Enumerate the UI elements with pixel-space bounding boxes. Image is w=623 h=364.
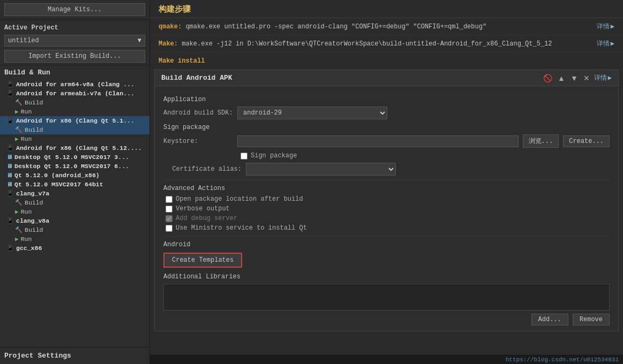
phone-icon: 📱 — [6, 90, 14, 97]
advanced-checkbox-label: Add debug server — [176, 215, 237, 222]
apk-section: Build Android APK 🚫 ▲ ▼ ✕ 详情 ▶ Applicati… — [154, 70, 619, 331]
play-icon: ▶ — [15, 208, 19, 215]
advanced-checkbox-item[interactable]: Verbose output — [166, 205, 230, 213]
sidebar-tree-item-x86-clang-run[interactable]: ▶Run — [0, 134, 149, 143]
step-content: make.exe -j12 in D:\WorkSoftware\QTCreat… — [178, 40, 552, 48]
sidebar-tree-item-clang-v8a-run[interactable]: ▶Run — [0, 234, 149, 244]
manage-kits-button[interactable]: Manage Kits... — [4, 3, 145, 16]
tree-item-label: Desktop Qt 5.12.0 MSVC2017 3... — [14, 154, 129, 161]
libraries-buttons: Add... Remove — [163, 314, 610, 325]
advanced-checkbox-item[interactable]: Add debug server — [166, 215, 237, 222]
tree-item-label: Run — [21, 208, 32, 215]
sidebar-tree-item-desktop-msvc17-3[interactable]: 🖥Desktop Qt 5.12.0 MSVC2017 3... — [0, 153, 149, 162]
blog-url: https://blog.csdn.net/u012534831 — [506, 357, 619, 363]
android-title: Android — [163, 241, 610, 248]
details-label: 详情 — [597, 39, 610, 48]
step-keyword: qmake: — [159, 23, 182, 31]
sidebar-tree-item-x86-clang[interactable]: 📱Android for x86 (Clang Qt 5.1... — [0, 116, 149, 125]
sidebar-tree-item-clang-v7a-build[interactable]: 🔨Build — [0, 198, 149, 207]
advanced-checkbox[interactable] — [166, 196, 172, 203]
monitor-icon: 🖥 — [6, 163, 12, 170]
phone-icon: 📱 — [6, 217, 14, 224]
additional-libraries-title: Additional Libraries — [163, 273, 610, 280]
sidebar-tree-item-clang-v7a-run[interactable]: ▶Run — [0, 207, 149, 216]
tree-item-label: Qt 5.12.0 MSVC2017 64bit — [14, 181, 103, 188]
keystore-row: Keystore: 浏览... Create... — [163, 134, 610, 148]
advanced-actions-title: Advanced Actions — [163, 185, 610, 192]
android-sdk-select[interactable]: android-29 — [237, 107, 387, 119]
hammer-icon: 🔨 — [15, 99, 22, 106]
sidebar-tree-item-qt-msvc17-64[interactable]: 🖥Qt 5.12.0 MSVC2017 64bit — [0, 180, 149, 189]
advanced-checkbox[interactable] — [166, 206, 172, 213]
advanced-checkbox[interactable] — [166, 225, 172, 232]
tree-item-label: Build — [25, 226, 43, 233]
project-settings-section: Project Settings — [0, 347, 149, 364]
cert-alias-select[interactable] — [246, 163, 396, 176]
step-details-button[interactable]: 详情 ▶ — [597, 22, 614, 31]
build-step-label: Make: make.exe -j12 in D:\WorkSoftware\Q… — [159, 40, 597, 48]
sidebar-tree-item-x86-clang2[interactable]: 📱Android for x86 (Clang Qt 5.12.... — [0, 143, 149, 153]
divider-2 — [163, 236, 610, 237]
sidebar-tree-item-x86-clang-build[interactable]: 🔨Build — [0, 125, 149, 134]
import-existing-build-button[interactable]: Import Existing Build... — [4, 50, 145, 63]
project-dropdown[interactable]: untitled ▼ — [4, 35, 145, 47]
step-details-button[interactable]: 详情 ▶ — [597, 39, 614, 48]
chevron-down-icon: ▼ — [138, 37, 141, 44]
additional-libraries-section: Additional Libraries Add... Remove — [163, 273, 610, 325]
sidebar-tree-item-qt-android-x86[interactable]: 🖥Qt 5.12.0 (android_x86) — [0, 171, 149, 180]
phone-icon: 📱 — [6, 190, 14, 197]
sidebar-tree-item-desktop-msvc17-6[interactable]: 🖥Desktop Qt 5.12.0 MSVC2017 6... — [0, 162, 149, 171]
tree-item-label: Build — [25, 99, 43, 106]
build-step-row: Make install — [150, 52, 623, 70]
apk-close-button[interactable]: ✕ — [582, 74, 591, 82]
advanced-checkbox-label: Use Ministro service to install Qt — [176, 224, 307, 232]
build-steps-container: qmake: qmake.exe untitled.pro -spec andr… — [150, 18, 623, 70]
sidebar-tree-item-clang-v8a[interactable]: 📱clang_v8a — [0, 216, 149, 225]
apk-details-button[interactable]: 详情 ▶ — [594, 73, 612, 82]
add-library-button[interactable]: Add... — [531, 314, 568, 325]
apk-down-button[interactable]: ▼ — [569, 74, 579, 82]
step-keyword: Make: — [159, 40, 178, 48]
sidebar-tree-item-clang-v7a[interactable]: 📱clang_v7a — [0, 189, 149, 198]
android-sdk-label: Android build SDK: — [163, 109, 233, 117]
create-templates-button[interactable]: Create Templates — [163, 253, 242, 268]
advanced-checkbox-item[interactable]: Use Ministro service to install Qt — [166, 224, 307, 232]
application-subsection-title: Application — [163, 96, 610, 103]
build-step-row: qmake: qmake.exe untitled.pro -spec andr… — [150, 18, 623, 35]
build-step-row: Make: make.exe -j12 in D:\WorkSoftware\Q… — [150, 35, 623, 52]
tree-item-label: Android for armeabi-v7a (Clan... — [16, 90, 134, 97]
tree-item-label: Run — [21, 135, 32, 142]
tree-item-label: Android for x86 (Clang Qt 5.1... — [16, 117, 134, 124]
advanced-checkbox-row: Use Ministro service to install Qt — [163, 224, 610, 232]
build-run-header: Build & Run — [0, 65, 149, 80]
tree-item-label: gcc_x86 — [16, 245, 42, 252]
hammer-icon: 🔨 — [15, 199, 22, 206]
android-section: Android Create Templates — [163, 241, 610, 268]
apk-up-button[interactable]: ▲ — [557, 74, 566, 82]
apk-disable-button[interactable]: 🚫 — [542, 74, 553, 82]
phone-icon: 📱 — [6, 145, 14, 151]
sidebar-tree-item-clang-v8a-build[interactable]: 🔨Build — [0, 225, 149, 234]
browse-button[interactable]: 浏览... — [523, 134, 559, 148]
apk-details-label: 详情 — [594, 73, 607, 82]
sidebar-tree-item-arm64[interactable]: 📱Android for arm64-v8a (Clang ... — [0, 80, 149, 89]
keystore-input[interactable] — [237, 135, 519, 147]
sidebar-tree-item-armeabi-run[interactable]: ▶Run — [0, 107, 149, 116]
project-settings-label: Project Settings — [4, 352, 145, 360]
sign-package-checkbox-label[interactable]: Sign package — [241, 152, 297, 160]
sign-package-checkbox[interactable] — [241, 153, 247, 160]
monitor-icon: 🖥 — [6, 172, 12, 179]
divider-1 — [163, 180, 610, 180]
section-title: 构建步骤 — [150, 0, 623, 18]
step-keyword: Make install — [159, 57, 205, 65]
sign-package-label: Sign package — [251, 152, 297, 160]
bottom-bar: https://blog.csdn.net/u012534831 — [150, 355, 623, 364]
advanced-checkbox-row: Open package location after build — [163, 195, 610, 203]
create-keystore-button[interactable]: Create... — [563, 135, 610, 147]
remove-library-button[interactable]: Remove — [573, 314, 610, 325]
advanced-checkbox-item[interactable]: Open package location after build — [166, 195, 303, 203]
sidebar-tree-item-armeabi[interactable]: 📱Android for armeabi-v7a (Clan... — [0, 89, 149, 98]
sidebar-tree-item-gcc-x86[interactable]: 📱gcc_x86 — [0, 244, 149, 253]
sidebar-tree-item-armeabi-build[interactable]: 🔨Build — [0, 98, 149, 107]
chevron-icon: ▶ — [611, 40, 614, 48]
